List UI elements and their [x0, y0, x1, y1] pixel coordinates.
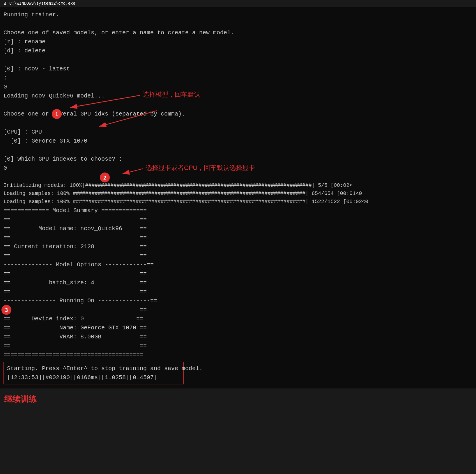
summary-line-1: == ==	[3, 215, 473, 224]
line-choose-gpu: Choose one or several GPU idxs (separate…	[3, 109, 473, 118]
line-input-0: 0	[3, 82, 473, 91]
training-section: Starting. Press ^Enter^ to stop training…	[3, 361, 473, 386]
line-running-trainer: Running trainer.	[3, 10, 473, 19]
summary-running-on-header: --------------- Running On -------------…	[3, 296, 473, 305]
footer-section: 继续训练	[0, 388, 476, 410]
progress-load1: Loading samples: 100%|##################…	[3, 190, 473, 198]
summary-line-7: == ==	[3, 341, 473, 350]
line-model-0: [0] : ncov - latest	[3, 64, 473, 73]
title-bar-text: C:\WINDOWS\system32\cmd.exe	[9, 1, 75, 6]
summary-device-index: == Device index: 0 ==	[3, 314, 473, 323]
training-line-2: [12:33:53][#002190][0166ms][1.0258][0.45…	[7, 373, 181, 382]
line-gpu-choose: [0] Which GPU indexes to choose? :	[3, 155, 473, 164]
window: 🖥 C:\WINDOWS\system32\cmd.exe Running tr…	[0, 0, 476, 410]
terminal[interactable]: Running trainer. Choose one of saved mod…	[0, 7, 476, 388]
line-delete: [d] : delete	[3, 46, 473, 55]
line-blank-4	[3, 118, 473, 127]
summary-model-name: == Model name: ncov_Quick96 ==	[3, 224, 473, 233]
line-blank-1	[3, 19, 473, 28]
line-blank-2	[3, 55, 473, 64]
title-bar: 🖥 C:\WINDOWS\system32\cmd.exe	[0, 0, 476, 7]
summary-header: ============= Model Summary ============…	[3, 206, 473, 215]
summary-line-5: == ==	[3, 287, 473, 296]
line-loading-model: Loading ncov_Quick96 model...	[3, 91, 473, 100]
summary-line-4: == ==	[3, 269, 473, 278]
line-colon: :	[3, 73, 473, 82]
footer-text: 继续训练	[4, 395, 37, 404]
line-blank-3	[3, 100, 473, 109]
line-rename: [r] : rename	[3, 37, 473, 46]
training-line-1: Starting. Press ^Enter^ to stop training…	[7, 364, 181, 373]
line-gtx: [0] : GeForce GTX 1070	[3, 136, 473, 145]
summary-line-2: == ==	[3, 233, 473, 242]
summary-footer: ========================================	[3, 350, 473, 359]
line-choose-model: Choose one of saved models, or enter a n…	[3, 28, 473, 37]
line-input-gpu: 0	[3, 164, 473, 173]
line-cpu: [CPU] : CPU	[3, 127, 473, 136]
summary-model-options-header: -------------- Model Options -----------…	[3, 260, 473, 269]
training-output-box: Starting. Press ^Enter^ to stop training…	[3, 362, 184, 384]
summary-device-name: == Name: GeForce GTX 1070 ==	[3, 323, 473, 332]
progress-load2: Loading samples: 100%|##################…	[3, 198, 473, 206]
progress-init: Initializing models: 100%|##############…	[3, 182, 473, 190]
cmd-icon: 🖥	[3, 1, 7, 6]
summary-batch-size: == batch_size: 4 ==	[3, 278, 473, 287]
line-blank-6	[3, 173, 473, 182]
summary-line-6: == ==	[3, 305, 473, 314]
summary-iteration: == Current iteration: 2128 ==	[3, 242, 473, 251]
line-blank-5	[3, 145, 473, 155]
summary-vram: == VRAM: 8.00GB ==	[3, 332, 473, 341]
summary-line-3: == ==	[3, 251, 473, 260]
